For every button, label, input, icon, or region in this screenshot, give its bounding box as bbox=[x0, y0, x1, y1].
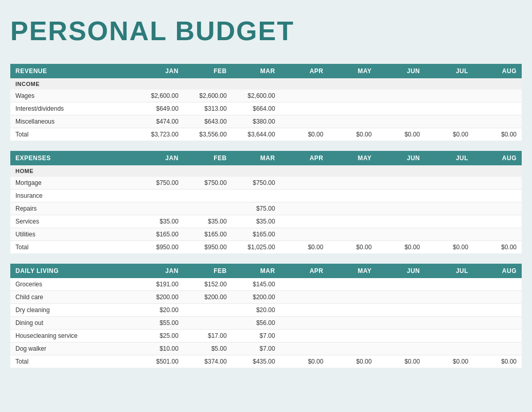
daily-living-col-jan: JAN bbox=[135, 264, 184, 278]
insurance-jan bbox=[135, 190, 184, 202]
insurance-may bbox=[328, 190, 377, 202]
repairs-label: Repairs bbox=[10, 202, 135, 215]
table-row: Insurance bbox=[10, 190, 522, 202]
childcare-label: Child care bbox=[10, 291, 135, 304]
mortgage-apr bbox=[280, 177, 329, 190]
groceries-may bbox=[328, 278, 377, 291]
income-subheader: INCOME bbox=[10, 78, 522, 90]
childcare-jan: $200.00 bbox=[135, 291, 184, 304]
dogwalker-label: Dog walker bbox=[10, 342, 135, 355]
expenses-header-row: EXPENSES JAN FEB MAR APR MAY JUN JUL AUG bbox=[10, 151, 522, 165]
groceries-feb: $152.00 bbox=[184, 278, 232, 291]
childcare-jul bbox=[425, 291, 473, 304]
services-apr bbox=[280, 215, 329, 228]
mortgage-aug bbox=[473, 177, 522, 190]
revenue-header-row: REVENUE JAN FEB MAR APR MAY JUN JUL AUG bbox=[10, 64, 522, 78]
expenses-total-apr: $0.00 bbox=[280, 241, 329, 254]
expenses-total-jul: $0.00 bbox=[425, 241, 473, 254]
wages-aug bbox=[473, 90, 522, 102]
repairs-feb bbox=[184, 202, 232, 215]
misc-jan: $474.00 bbox=[135, 115, 184, 128]
groceries-jan: $191.00 bbox=[135, 278, 184, 291]
revenue-col-jun: JUN bbox=[377, 64, 425, 78]
daily-living-total-mar: $435.00 bbox=[232, 355, 280, 368]
services-jan: $35.00 bbox=[135, 215, 184, 228]
dogwalker-jan: $10.00 bbox=[135, 342, 184, 355]
groceries-mar: $145.00 bbox=[232, 278, 280, 291]
expenses-col-apr: APR bbox=[280, 151, 329, 165]
misc-mar: $380.00 bbox=[232, 115, 280, 128]
table-row: Repairs $75.00 bbox=[10, 202, 522, 215]
interest-aug bbox=[473, 102, 522, 115]
table-row: Dog walker $10.00 $5.00 $7.00 bbox=[10, 342, 522, 355]
repairs-apr bbox=[280, 202, 329, 215]
mortgage-jan: $750.00 bbox=[135, 177, 184, 190]
services-aug bbox=[473, 215, 522, 228]
table-row: Housecleaning service $25.00 $17.00 $7.0… bbox=[10, 330, 522, 342]
dogwalker-jun bbox=[377, 342, 425, 355]
diningout-jan: $55.00 bbox=[135, 317, 184, 330]
dogwalker-jul bbox=[425, 342, 473, 355]
revenue-table: REVENUE JAN FEB MAR APR MAY JUN JUL AUG … bbox=[10, 64, 522, 141]
revenue-col-feb: FEB bbox=[184, 64, 232, 78]
mortgage-jul bbox=[425, 177, 473, 190]
revenue-total-row: Total $3,723.00 $3,556.00 $3,644.00 $0.0… bbox=[10, 128, 522, 141]
mortgage-feb: $750.00 bbox=[184, 177, 232, 190]
wages-label: Wages bbox=[10, 90, 135, 102]
table-row: Dining out $55.00 $56.00 bbox=[10, 317, 522, 330]
daily-living-col-aug: AUG bbox=[473, 264, 522, 278]
misc-jun bbox=[377, 115, 425, 128]
services-jul bbox=[425, 215, 473, 228]
daily-living-total-feb: $374.00 bbox=[184, 355, 232, 368]
wages-mar: $2,600.00 bbox=[232, 90, 280, 102]
misc-jul bbox=[425, 115, 473, 128]
services-jun bbox=[377, 215, 425, 228]
daily-living-header-row: DAILY LIVING JAN FEB MAR APR MAY JUN JUL… bbox=[10, 264, 522, 278]
table-row: Wages $2,600.00 $2,600.00 $2,600.00 bbox=[10, 90, 522, 102]
daily-living-total-label: Total bbox=[10, 355, 135, 368]
childcare-feb: $200.00 bbox=[184, 291, 232, 304]
interest-apr bbox=[280, 102, 329, 115]
dogwalker-may bbox=[328, 342, 377, 355]
revenue-header-label: REVENUE bbox=[10, 64, 135, 78]
expenses-col-jul: JUL bbox=[425, 151, 473, 165]
daily-living-col-jun: JUN bbox=[377, 264, 425, 278]
utilities-may bbox=[328, 228, 377, 241]
repairs-jul bbox=[425, 202, 473, 215]
home-subheader: HOME bbox=[10, 165, 522, 177]
table-row: Groceries $191.00 $152.00 $145.00 bbox=[10, 278, 522, 291]
daily-living-total-row: Total $501.00 $374.00 $435.00 $0.00 $0.0… bbox=[10, 355, 522, 368]
utilities-jul bbox=[425, 228, 473, 241]
housecleaning-label: Housecleaning service bbox=[10, 330, 135, 342]
diningout-label: Dining out bbox=[10, 317, 135, 330]
dogwalker-apr bbox=[280, 342, 329, 355]
expenses-col-mar: MAR bbox=[232, 151, 280, 165]
drycleaning-may bbox=[328, 304, 377, 317]
utilities-mar: $165.00 bbox=[232, 228, 280, 241]
expenses-total-jan: $950.00 bbox=[135, 241, 184, 254]
interest-mar: $664.00 bbox=[232, 102, 280, 115]
revenue-total-mar: $3,644.00 bbox=[232, 128, 280, 141]
revenue-col-mar: MAR bbox=[232, 64, 280, 78]
expenses-total-label: Total bbox=[10, 241, 135, 254]
diningout-jun bbox=[377, 317, 425, 330]
interest-jan: $649.00 bbox=[135, 102, 184, 115]
childcare-aug bbox=[473, 291, 522, 304]
daily-living-col-jul: JUL bbox=[425, 264, 473, 278]
diningout-mar: $56.00 bbox=[232, 317, 280, 330]
drycleaning-jul bbox=[425, 304, 473, 317]
interest-may bbox=[328, 102, 377, 115]
wages-jan: $2,600.00 bbox=[135, 90, 184, 102]
services-feb: $35.00 bbox=[184, 215, 232, 228]
utilities-label: Utilities bbox=[10, 228, 135, 241]
expenses-col-jun: JUN bbox=[377, 151, 425, 165]
housecleaning-mar: $7.00 bbox=[232, 330, 280, 342]
wages-may bbox=[328, 90, 377, 102]
drycleaning-aug bbox=[473, 304, 522, 317]
revenue-total-jun: $0.00 bbox=[377, 128, 425, 141]
repairs-may bbox=[328, 202, 377, 215]
expenses-total-aug: $0.00 bbox=[473, 241, 522, 254]
childcare-jun bbox=[377, 291, 425, 304]
utilities-feb: $165.00 bbox=[184, 228, 232, 241]
misc-may bbox=[328, 115, 377, 128]
